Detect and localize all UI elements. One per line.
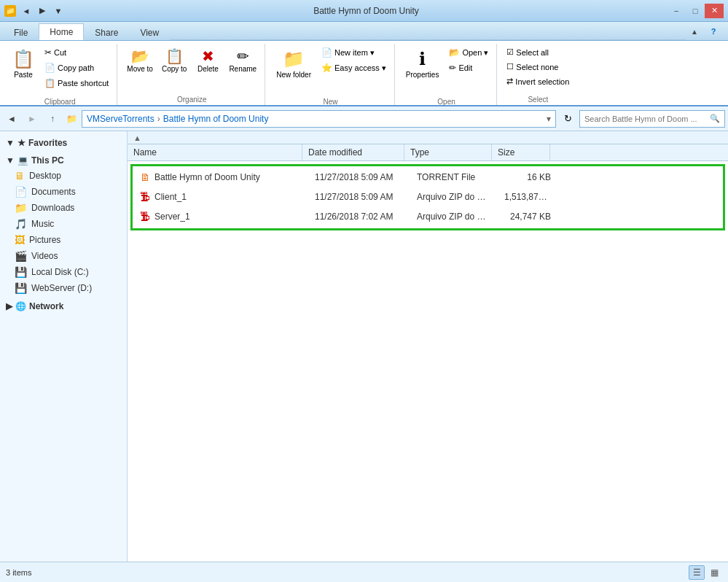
new-col: 📄 New item ▾ ⭐ Easy access ▾ [318, 45, 390, 75]
paste-button[interactable]: 📋 Paste [7, 45, 39, 95]
downloads-label: Downloads [31, 203, 74, 213]
col-type-label: Type [410, 147, 429, 158]
open-button[interactable]: 📂 Open ▾ [445, 45, 492, 60]
sidebar-item-local-disk[interactable]: 💾 Local Disk (C:) [0, 264, 127, 280]
window-title: Battle Hymn of Doom Unity [66, 6, 667, 16]
sidebar-item-documents[interactable]: 📄 Documents [0, 184, 127, 200]
help-btn[interactable]: ? [705, 23, 722, 40]
sort-arrow[interactable]: ▲ [128, 133, 302, 142]
details-view-button[interactable]: ☰ [689, 565, 705, 580]
open-label: Open [437, 96, 455, 107]
easy-access-button[interactable]: ⭐ Easy access ▾ [318, 61, 390, 75]
desktop-icon: 🖥 [15, 170, 25, 182]
edit-label: Edit [458, 63, 472, 72]
easy-access-icon: ⭐ [321, 63, 332, 73]
sidebar-item-music[interactable]: 🎵 Music [0, 216, 127, 232]
cut-label: Cut [54, 48, 66, 57]
breadcrumb-vmservetorrents[interactable]: VMServeTorrents [87, 114, 154, 124]
sidebar-item-downloads[interactable]: 📁 Downloads [0, 200, 127, 216]
up-button[interactable]: ↑ [44, 110, 61, 128]
qat-forward-btn[interactable]: ▶ [35, 4, 50, 18]
properties-button[interactable]: ℹ Properties [401, 45, 445, 95]
col-header-date[interactable]: Date modified [302, 144, 404, 160]
address-bar: ◄ ► ↑ 📁 VMServeTorrents › Battle Hymn of… [0, 106, 728, 131]
tab-file[interactable]: File [3, 24, 39, 40]
sidebar-item-videos[interactable]: 🎬 Videos [0, 248, 127, 264]
organize-label: Organize [177, 94, 207, 105]
sidebar-header-thispc[interactable]: ▼ 💻 This PC [0, 153, 127, 168]
clipboard-col: ✂ Cut 📄 Copy path 📋 Paste shortcut [41, 45, 112, 90]
close-button[interactable]: ✕ [705, 4, 724, 18]
address-path[interactable]: VMServeTorrents › Battle Hymn of Doom Un… [82, 110, 556, 128]
invert-selection-button[interactable]: ⇄ Invert selection [503, 74, 573, 88]
paste-icon: 📋 [12, 49, 34, 69]
qat-back-btn[interactable]: ◄ [19, 4, 34, 18]
open-label: Open ▾ [462, 48, 488, 58]
sidebar-header-favorites[interactable]: ▼ ★ Favorites [0, 136, 127, 150]
main-area: ▼ ★ Favorites ▼ 💻 This PC 🖥 Desktop 📄 Do… [0, 131, 728, 562]
restore-button[interactable]: □ [686, 4, 705, 18]
search-input[interactable] [584, 115, 707, 123]
open-col: 📂 Open ▾ ✏ Edit [445, 45, 492, 75]
back-button[interactable]: ◄ [3, 110, 20, 128]
large-icons-view-button[interactable]: ▦ [706, 565, 722, 580]
file-size-2: 24,747 KB [498, 209, 557, 224]
documents-icon: 📄 [15, 186, 27, 198]
refresh-button[interactable]: ↻ [559, 110, 576, 128]
paste-label: Paste [14, 71, 33, 79]
file-type-2: Arquivo ZIP do Wi... [411, 209, 498, 224]
breadcrumb-current[interactable]: Battle Hymn of Doom Unity [163, 114, 269, 124]
col-header-type[interactable]: Type [404, 144, 492, 160]
file-name-text-0: Battle Hymn of Doom Unity [154, 172, 260, 182]
open-content: ℹ Properties 📂 Open ▾ ✏ Edit [401, 44, 493, 96]
tab-home[interactable]: Home [39, 23, 84, 40]
open-group: ℹ Properties 📂 Open ▾ ✏ Edit Open [396, 44, 498, 105]
favorites-icon: ★ [17, 138, 26, 148]
address-dropdown-arrow[interactable]: ▾ [547, 114, 551, 124]
zip-icon-2: 🗜 [140, 211, 150, 222]
select-all-button[interactable]: ☑ Select all [503, 45, 573, 59]
rename-button[interactable]: ✏ Rename [225, 45, 260, 75]
sidebar-item-webserver[interactable]: 💾 WebServer (D:) [0, 280, 127, 296]
edit-button[interactable]: ✏ Edit [445, 61, 492, 75]
sidebar-item-pictures[interactable]: 🖼 Pictures [0, 232, 127, 248]
new-folder-button[interactable]: 📁 New folder [271, 45, 316, 95]
zip-icon-1: 🗜 [140, 191, 150, 203]
qat-dropdown-btn[interactable]: ▼ [51, 4, 66, 18]
status-bar: 3 items ☰ ▦ [0, 562, 728, 582]
select-none-button[interactable]: ☐ Select none [503, 60, 573, 74]
file-size-0: 16 KB [498, 170, 557, 185]
pictures-icon: 🖼 [15, 234, 25, 246]
move-to-button[interactable]: 📂 Move to [123, 45, 157, 75]
file-list-header: Name Date modified Type Size [128, 144, 728, 161]
select-none-icon: ☐ [506, 62, 514, 71]
copy-path-button[interactable]: 📄 Copy path [41, 61, 112, 75]
select-content: ☑ Select all ☐ Select none ⇄ Invert sele… [503, 44, 573, 94]
select-none-label: Select none [516, 63, 558, 71]
file-row-2[interactable]: 🗜 Server_1 11/26/2018 7:02 AM Arquivo ZI… [134, 207, 721, 227]
network-icon: 🌐 [15, 301, 26, 311]
file-row-1[interactable]: 🗜 Client_1 11/27/2018 5:09 AM Arquivo ZI… [134, 187, 721, 207]
minimize-button[interactable]: − [667, 4, 686, 18]
sidebar-header-network[interactable]: ▶ 🌐 Network [0, 299, 127, 314]
delete-button[interactable]: ✖ Delete [192, 45, 224, 75]
col-header-size[interactable]: Size [492, 144, 550, 160]
file-row-0[interactable]: 🗎 Battle Hymn of Doom Unity 11/27/2018 5… [134, 168, 721, 187]
tab-view[interactable]: View [129, 24, 170, 40]
ribbon-collapse-btn[interactable]: ▲ [686, 23, 703, 40]
cut-button[interactable]: ✂ Cut [41, 45, 112, 60]
paste-shortcut-button[interactable]: 📋 Paste shortcut [41, 76, 112, 90]
forward-button[interactable]: ► [23, 110, 41, 128]
new-label: New [323, 96, 337, 107]
file-date-0: 11/27/2018 5:09 AM [309, 170, 411, 185]
search-box[interactable]: 🔍 [579, 110, 725, 128]
tab-share[interactable]: Share [84, 24, 129, 40]
title-bar: 📁 ◄ ▶ ▼ Battle Hymn of Doom Unity − □ ✕ [0, 0, 728, 22]
copy-to-button[interactable]: 📋 Copy to [158, 45, 190, 75]
new-item-button[interactable]: 📄 New item ▾ [318, 45, 390, 60]
sidebar-item-desktop[interactable]: 🖥 Desktop [0, 168, 127, 184]
thispc-icon: 💻 [17, 155, 28, 166]
local-disk-label: Local Disk (C:) [31, 267, 89, 277]
col-header-name[interactable]: Name [128, 144, 302, 160]
breadcrumb-separator: › [157, 114, 160, 124]
